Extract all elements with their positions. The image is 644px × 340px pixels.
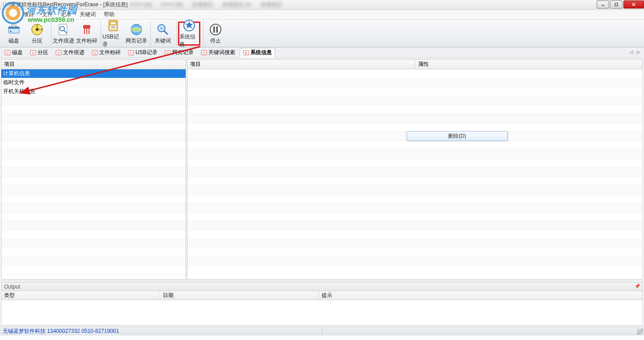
resize-grip-icon[interactable] xyxy=(637,328,643,335)
context-menu-delete[interactable]: 删除(D) xyxy=(407,131,508,141)
tab-4[interactable]: DUSB记录 xyxy=(125,48,160,58)
maximize-button[interactable] xyxy=(610,0,623,8)
stop-icon xyxy=(208,22,223,37)
toolbar-keyword-label: 关键词 xyxy=(155,37,171,45)
status-bar: 无锡蓝梦软件科技 13400027332 0510-82719001 xyxy=(0,327,644,336)
toolbar-keyword-button[interactable]: +关键词 xyxy=(152,21,174,46)
list-row-empty xyxy=(187,186,643,195)
output-col-date: 日期 xyxy=(160,291,319,300)
menu-bar: 项目 文件 记录 关键词 帮助 xyxy=(0,10,644,20)
menu-item-keyword[interactable]: 关键词 xyxy=(76,10,99,19)
tab-doc-icon: D xyxy=(165,50,171,55)
svg-rect-13 xyxy=(83,25,90,29)
list-row-empty xyxy=(187,78,643,87)
left-list-item[interactable]: 计算机信息 xyxy=(1,69,186,78)
menu-item-help[interactable]: 帮助 xyxy=(100,10,118,19)
toolbar-partition-label: 分区 xyxy=(32,37,42,45)
tab-0[interactable]: D磁盘 xyxy=(2,48,25,58)
menu-item-record[interactable]: 记录 xyxy=(57,10,75,19)
close-button[interactable] xyxy=(623,0,644,8)
right-col-attribute: 属性 xyxy=(415,60,643,69)
list-row-empty xyxy=(1,159,186,168)
minimize-button[interactable] xyxy=(597,0,609,8)
tab-label: 系统信息 xyxy=(250,49,272,56)
tab-5[interactable]: D网页记录 xyxy=(162,48,196,58)
tab-strip: D磁盘D分区D文件痕迹D文件粉碎DUSB记录D网页记录D关键词搜索D系统信息 ◁… xyxy=(0,47,644,58)
svg-text:D: D xyxy=(32,51,34,55)
menu-item-file[interactable]: 文件 xyxy=(38,10,56,19)
tab-label: 文件痕迹 xyxy=(63,49,85,56)
toolbar-sysinfo-button[interactable]: 系统信息 xyxy=(178,21,200,46)
list-row-empty xyxy=(187,168,643,177)
pin-icon[interactable]: 📌 xyxy=(635,284,640,289)
output-columns[interactable]: 类型 日期 提示 xyxy=(1,291,643,300)
tab-doc-icon: D xyxy=(92,50,98,55)
window-title: 蓝梦软件科技BestRecoveryForErase - [系统信息] xyxy=(11,1,596,8)
right-column-header[interactable]: 项目 属性 xyxy=(187,60,643,69)
tab-doc-icon: D xyxy=(128,50,134,55)
svg-text:D: D xyxy=(130,51,132,55)
list-row-empty xyxy=(187,204,643,212)
svg-rect-30 xyxy=(213,26,215,33)
output-body[interactable] xyxy=(1,300,643,325)
tab-2[interactable]: D文件痕迹 xyxy=(53,48,87,58)
trace-icon xyxy=(56,22,71,37)
left-column-header[interactable]: 项目 xyxy=(1,60,186,69)
list-row-empty xyxy=(187,230,643,239)
tab-doc-icon: D xyxy=(30,50,36,55)
tab-7[interactable]: D系统信息 xyxy=(240,48,275,58)
svg-text:+: + xyxy=(160,26,163,31)
tab-label: 文件粉碎 xyxy=(99,49,121,56)
tab-6[interactable]: D关键词搜索 xyxy=(198,48,238,58)
disk-icon xyxy=(7,22,21,37)
toolbar-web-label: 网页记录 xyxy=(126,37,147,45)
list-row-empty xyxy=(1,186,186,195)
toolbar-usb-label: USB记录 xyxy=(102,33,124,48)
left-list[interactable]: 计算机信息临时文件开机关机信息 xyxy=(1,69,186,279)
toolbar-stop-button[interactable]: 停止 xyxy=(204,21,227,46)
tab-doc-icon: D xyxy=(4,50,11,55)
right-list[interactable] xyxy=(187,69,643,279)
svg-rect-14 xyxy=(84,29,85,34)
list-row-empty xyxy=(1,114,186,123)
svg-text:D: D xyxy=(93,51,96,55)
list-row-empty xyxy=(1,195,186,204)
menu-item-project[interactable]: 项目 xyxy=(20,10,38,19)
list-row-empty xyxy=(1,132,186,141)
list-row-empty xyxy=(187,248,643,257)
svg-text:D: D xyxy=(203,51,205,55)
left-list-item[interactable]: 临时文件 xyxy=(1,78,186,87)
list-row-empty xyxy=(1,257,186,266)
list-row-empty xyxy=(1,239,186,248)
toolbar-shred-button[interactable]: 文件粉碎 xyxy=(76,21,98,46)
tab-nav-next-icon[interactable]: ▷ xyxy=(636,49,641,55)
list-row-empty xyxy=(1,204,186,212)
tab-label: USB记录 xyxy=(136,49,157,56)
toolbar-disk-button[interactable]: 磁盘 xyxy=(3,21,25,46)
tab-3[interactable]: D文件粉碎 xyxy=(89,48,123,58)
tab-1[interactable]: D分区 xyxy=(27,48,51,58)
toolbar-shred-label: 文件粉碎 xyxy=(76,37,97,45)
list-row-empty xyxy=(187,212,643,221)
right-pane: 项目 属性 删除(D) xyxy=(187,59,643,280)
app-icon: LMB xyxy=(3,2,9,8)
list-row-empty xyxy=(187,114,643,123)
left-pane: 项目 计算机信息临时文件开机关机信息 xyxy=(1,59,186,280)
tab-label: 分区 xyxy=(38,49,48,56)
list-row-empty xyxy=(1,266,186,275)
tab-nav-prev-icon[interactable]: ◁ xyxy=(629,49,634,55)
svg-rect-5 xyxy=(8,27,19,29)
list-row-empty xyxy=(1,177,186,186)
list-row-empty xyxy=(187,87,643,96)
list-row-empty xyxy=(1,212,186,221)
list-row-empty xyxy=(1,221,186,230)
toolbar-disk-label: 磁盘 xyxy=(8,37,19,45)
main-area: 项目 计算机信息临时文件开机关机信息 项目 属性 删除(D) xyxy=(0,58,644,281)
toolbar-partition-button[interactable]: 分区 xyxy=(26,21,48,46)
svg-point-29 xyxy=(210,24,221,35)
left-list-item[interactable]: 开机关机信息 xyxy=(1,87,186,96)
toolbar-web-button[interactable]: 网页记录 xyxy=(125,21,148,46)
list-row-empty xyxy=(187,150,643,159)
toolbar-usb-button[interactable]: USB记录 xyxy=(102,21,124,46)
toolbar-trace-button[interactable]: 文件痕迹 xyxy=(52,21,75,46)
